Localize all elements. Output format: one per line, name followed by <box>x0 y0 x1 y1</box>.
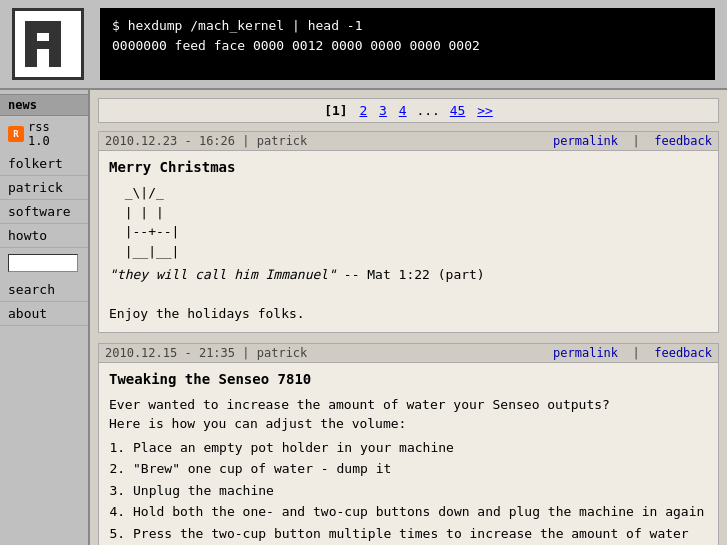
post-actions-1: permalink | feedback <box>553 134 712 148</box>
post-header-senseo: 2010.12.15 - 21:35 | patrick permalink |… <box>99 344 718 363</box>
current-page: [1] <box>324 103 347 118</box>
page-4[interactable]: 4 <box>399 103 407 118</box>
step-2: "Brew" one cup of water - dump it <box>133 459 708 479</box>
sidebar-search-area <box>0 248 88 278</box>
sidebar-item-folkert[interactable]: folkert <box>0 152 88 176</box>
feedback-2[interactable]: feedback <box>654 346 712 360</box>
post-actions-2: permalink | feedback <box>553 346 712 360</box>
step-5: Press the two-cup button multiple times … <box>133 524 708 546</box>
post-card-senseo: 2010.12.15 - 21:35 | patrick permalink |… <box>98 343 719 546</box>
svg-rect-2 <box>25 21 61 33</box>
sidebar-item-software[interactable]: software <box>0 200 88 224</box>
step-3: Unplug the machine <box>133 481 708 501</box>
post-content-2: Ever wanted to increase the amount of wa… <box>109 395 708 546</box>
step-1: Place an empty pot holder in your machin… <box>133 438 708 458</box>
post-body-christmas: Merry Christmas _\|/_ | | | |--+--| |__|… <box>99 151 718 332</box>
post-card-christmas: 2010.12.23 - 16:26 | patrick permalink |… <box>98 131 719 333</box>
top-bar: $ hexdump /mach_kernel | head -1 0000000… <box>0 0 727 90</box>
page-2[interactable]: 2 <box>359 103 367 118</box>
post-steps-2: Place an empty pot holder in your machin… <box>133 438 708 546</box>
rss-icon: R <box>8 126 24 142</box>
feedback-1[interactable]: feedback <box>654 134 712 148</box>
sidebar: news R rss1.0 folkert patrick software h… <box>0 90 90 545</box>
sidebar-item-search[interactable]: search <box>0 278 88 302</box>
logo <box>12 8 84 80</box>
step-4: Hold both the one- and two-cup buttons d… <box>133 502 708 522</box>
page-ellipsis: ... <box>416 103 439 118</box>
permalink-1[interactable]: permalink <box>553 134 618 148</box>
search-input[interactable] <box>8 254 78 272</box>
post-header-christmas: 2010.12.23 - 16:26 | patrick permalink |… <box>99 132 718 151</box>
post-body-senseo: Tweaking the Senseo 7810 Ever wanted to … <box>99 363 718 546</box>
page-3[interactable]: 3 <box>379 103 387 118</box>
post-intro-2: Ever wanted to increase the amount of wa… <box>109 395 708 434</box>
post-date-2: 2010.12.15 - 21:35 | patrick <box>105 346 307 360</box>
page-next[interactable]: >> <box>477 103 493 118</box>
terminal-result: 0000000 feed face 0000 0012 0000 0000 00… <box>112 36 703 56</box>
svg-rect-3 <box>25 41 49 49</box>
ascii-art: _\|/_ | | | |--+--| |__|__| <box>109 183 708 261</box>
permalink-2[interactable]: permalink <box>553 346 618 360</box>
post-closing: Enjoy the holidays folks. <box>109 304 708 324</box>
post-title-2: Tweaking the Senseo 7810 <box>109 371 708 387</box>
sidebar-item-howto[interactable]: howto <box>0 224 88 248</box>
sidebar-item-patrick[interactable]: patrick <box>0 176 88 200</box>
post-content-1: _\|/_ | | | |--+--| |__|__| "they will c… <box>109 183 708 324</box>
page-45[interactable]: 45 <box>450 103 466 118</box>
rss-label: rss1.0 <box>28 120 50 148</box>
sidebar-rss: R rss1.0 <box>0 116 88 152</box>
terminal-output: $ hexdump /mach_kernel | head -1 0000000… <box>100 8 715 80</box>
terminal-command: $ hexdump /mach_kernel | head -1 <box>112 16 703 36</box>
post-date-1: 2010.12.23 - 16:26 | patrick <box>105 134 307 148</box>
main-layout: news R rss1.0 folkert patrick software h… <box>0 90 727 545</box>
post-title-1: Merry Christmas <box>109 159 708 175</box>
logo-icon <box>21 17 75 71</box>
content-area: [1] 2 3 4 ... 45 >> 2010.12.23 - 16:26 |… <box>90 90 727 545</box>
pagination: [1] 2 3 4 ... 45 >> <box>98 98 719 123</box>
sidebar-item-about[interactable]: about <box>0 302 88 326</box>
post-quote: "they will call him Immanuel" -- Mat 1:2… <box>109 265 708 285</box>
sidebar-news-label: news <box>0 94 88 116</box>
